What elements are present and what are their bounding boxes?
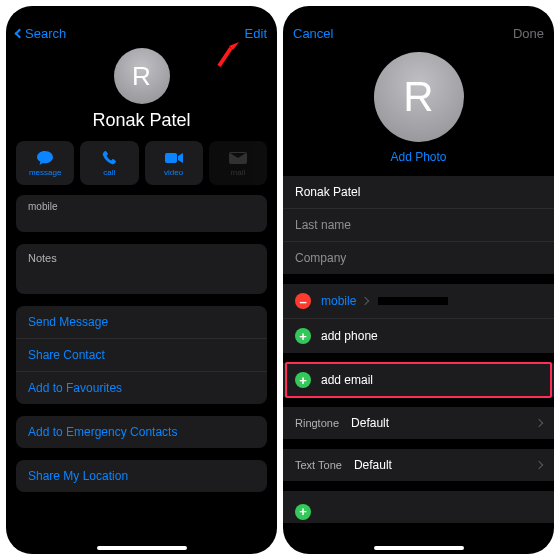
action-row: message call video mail bbox=[6, 141, 277, 195]
message-button[interactable]: message bbox=[16, 141, 74, 185]
phone-number[interactable] bbox=[378, 297, 448, 305]
status-bar bbox=[283, 6, 554, 20]
texttone-label: Text Tone bbox=[295, 459, 342, 471]
message-icon bbox=[36, 149, 54, 167]
add-photo-button[interactable]: Add Photo bbox=[283, 150, 554, 164]
texttone-row[interactable]: Text Tone Default bbox=[283, 449, 554, 481]
email-fields-group: + add email bbox=[283, 363, 554, 397]
chevron-right-icon bbox=[535, 419, 543, 427]
video-label: video bbox=[164, 168, 183, 177]
phone-type-label[interactable]: mobile bbox=[321, 294, 356, 308]
ringtone-value: Default bbox=[351, 416, 389, 430]
edit-button[interactable]: Edit bbox=[245, 26, 267, 41]
add-phone-row[interactable]: + add phone bbox=[283, 318, 554, 353]
cancel-button[interactable]: Cancel bbox=[293, 26, 333, 41]
add-emergency-row[interactable]: Add to Emergency Contacts bbox=[16, 416, 267, 448]
video-button[interactable]: video bbox=[145, 141, 203, 185]
name-fields-group: Ronak Patel Last name Company bbox=[283, 176, 554, 274]
back-label: Search bbox=[25, 26, 66, 41]
phone-icon bbox=[101, 149, 117, 167]
call-button[interactable]: call bbox=[80, 141, 138, 185]
svg-rect-0 bbox=[165, 153, 177, 163]
phone-fields-group: – mobile + add phone bbox=[283, 284, 554, 353]
chevron-right-icon bbox=[361, 297, 369, 305]
avatar: R bbox=[114, 48, 170, 104]
phone-group[interactable]: mobile bbox=[16, 195, 267, 232]
first-name-field[interactable]: Ronak Patel bbox=[283, 176, 554, 208]
nav-bar: Search Edit bbox=[6, 20, 277, 46]
add-icon: + bbox=[295, 504, 311, 520]
mail-button: mail bbox=[209, 141, 267, 185]
partial-group: + bbox=[283, 491, 554, 523]
contact-name: Ronak Patel bbox=[6, 110, 277, 131]
actions-group-3: Share My Location bbox=[16, 460, 267, 492]
add-phone-label: add phone bbox=[321, 329, 378, 343]
contact-view-screen: Search Edit R Ronak Patel message call v… bbox=[6, 6, 277, 554]
add-favourites-row[interactable]: Add to Favourites bbox=[16, 371, 267, 404]
add-icon: + bbox=[295, 328, 311, 344]
home-indicator[interactable] bbox=[374, 546, 464, 550]
avatar[interactable]: R bbox=[374, 52, 464, 142]
last-name-field[interactable]: Last name bbox=[283, 208, 554, 241]
phone-type-label: mobile bbox=[28, 201, 255, 212]
company-field[interactable]: Company bbox=[283, 241, 554, 274]
remove-icon[interactable]: – bbox=[295, 293, 311, 309]
ringtone-group: Ringtone Default bbox=[283, 407, 554, 439]
chevron-left-icon bbox=[15, 28, 25, 38]
ringtone-row[interactable]: Ringtone Default bbox=[283, 407, 554, 439]
add-email-label: add email bbox=[321, 373, 373, 387]
ringtone-label: Ringtone bbox=[295, 417, 339, 429]
mail-label: mail bbox=[231, 168, 246, 177]
done-button[interactable]: Done bbox=[513, 26, 544, 41]
partial-row[interactable]: + bbox=[283, 491, 554, 523]
back-button[interactable]: Search bbox=[16, 26, 66, 41]
texttone-value: Default bbox=[354, 458, 392, 472]
status-bar bbox=[6, 6, 277, 20]
add-icon: + bbox=[295, 372, 311, 388]
actions-group-2: Add to Emergency Contacts bbox=[16, 416, 267, 448]
share-location-row[interactable]: Share My Location bbox=[16, 460, 267, 492]
share-contact-row[interactable]: Share Contact bbox=[16, 338, 267, 371]
mail-icon bbox=[229, 149, 247, 167]
call-label: call bbox=[103, 168, 115, 177]
phone-mobile-row: mobile bbox=[16, 195, 267, 232]
notes-label: Notes bbox=[16, 244, 267, 294]
mobile-phone-row[interactable]: – mobile bbox=[283, 284, 554, 318]
phone-number bbox=[28, 212, 255, 222]
texttone-group: Text Tone Default bbox=[283, 449, 554, 481]
video-icon bbox=[165, 149, 183, 167]
message-label: message bbox=[29, 168, 61, 177]
nav-bar: Cancel Done bbox=[283, 20, 554, 46]
home-indicator[interactable] bbox=[97, 546, 187, 550]
contact-edit-screen: Cancel Done R Add Photo Ronak Patel Last… bbox=[283, 6, 554, 554]
actions-group-1: Send Message Share Contact Add to Favour… bbox=[16, 306, 267, 404]
add-email-row[interactable]: + add email bbox=[283, 363, 554, 397]
notes-group[interactable]: Notes bbox=[16, 244, 267, 294]
chevron-right-icon bbox=[535, 461, 543, 469]
send-message-row[interactable]: Send Message bbox=[16, 306, 267, 338]
